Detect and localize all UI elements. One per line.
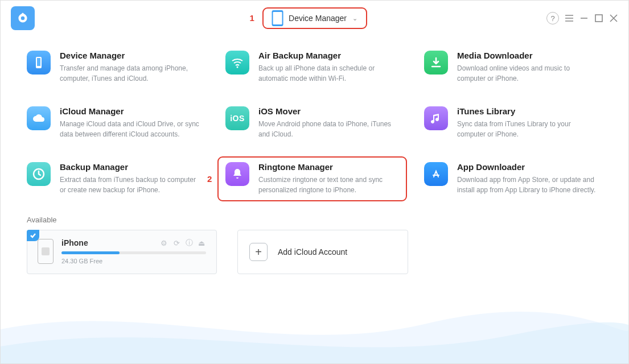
backup-icon <box>27 162 51 186</box>
feature-desc: Extract data from iTunes backup to compu… <box>60 175 202 195</box>
help-button[interactable]: ? <box>546 12 559 24</box>
feature-desc: Download app from App Store, or update a… <box>457 175 599 195</box>
refresh-icon[interactable]: ⟳ <box>172 238 181 247</box>
feature-title: App Downloader <box>457 162 599 172</box>
music-icon <box>424 106 448 130</box>
plus-icon: + <box>249 243 268 261</box>
appstore-icon <box>424 162 448 186</box>
feature-desc: Download online videos and music to comp… <box>457 63 599 84</box>
available-label: Available <box>27 216 602 224</box>
feature-air-backup[interactable]: Air Backup ManagerBack up all iPhone dat… <box>225 51 404 84</box>
callout-number-2: 2 <box>207 174 212 184</box>
feature-ringtone-manager[interactable]: 2 Ringtone ManagerCustomize ringtone or … <box>225 162 404 195</box>
feature-desc: Manage iCloud data and iCloud Drive, or … <box>60 119 202 139</box>
svg-rect-3 <box>37 58 40 66</box>
feature-title: iCloud Manager <box>60 106 202 116</box>
background-waves <box>1 295 628 363</box>
feature-backup-manager[interactable]: Backup ManagerExtract data from iTunes b… <box>27 162 205 195</box>
feature-title: iOS Mover <box>258 106 401 116</box>
download-icon <box>424 51 448 75</box>
device-card[interactable]: iPhone ⚙ ⟳ ⓘ ⏏ 24.30 GB Free <box>27 230 217 274</box>
feature-title: Media Downloader <box>457 51 599 60</box>
callout-number-1: 1 <box>250 13 254 23</box>
phone-thumbnail-icon <box>38 239 54 264</box>
maximize-button[interactable] <box>594 14 603 23</box>
chevron-down-icon: ⌄ <box>352 15 357 22</box>
phone-icon <box>272 10 283 26</box>
feature-desc: Sync data from iTunes Library to your co… <box>457 119 599 139</box>
eject-icon[interactable]: ⏏ <box>197 238 206 247</box>
info-icon[interactable]: ⓘ <box>184 238 194 247</box>
gear-icon[interactable]: ⚙ <box>159 238 168 247</box>
device-icon <box>27 51 51 75</box>
feature-desc: Transfer and manage data among iPhone, c… <box>60 63 202 84</box>
feature-ios-mover[interactable]: iOS iOS MoverMove Android phone data to … <box>225 106 404 139</box>
wifi-icon <box>225 51 249 75</box>
svg-point-4 <box>237 67 239 68</box>
feature-icloud-manager[interactable]: iCloud ManagerManage iCloud data and iCl… <box>27 106 205 139</box>
close-button[interactable] <box>609 14 618 23</box>
window-controls: ? <box>546 12 618 24</box>
add-icloud-account[interactable]: + Add iCloud Account <box>237 230 408 274</box>
logo-icon <box>15 11 30 26</box>
cloud-icon <box>27 106 51 130</box>
svg-rect-1 <box>595 15 602 22</box>
app-logo <box>11 6 35 30</box>
device-storage: 24.30 GB Free <box>61 258 206 264</box>
device-actions: ⚙ ⟳ ⓘ ⏏ <box>159 238 206 247</box>
bottom-row: iPhone ⚙ ⟳ ⓘ ⏏ 24.30 GB Free + Add iClou… <box>27 230 602 274</box>
bell-icon <box>225 162 249 186</box>
ios-icon: iOS <box>225 106 249 130</box>
title-bar: Device Manager ⌄ 1 ? <box>1 1 628 36</box>
dropdown-label: Device Manager <box>289 14 347 23</box>
feature-desc: Customize ringtone or text tone and sync… <box>258 175 401 195</box>
feature-desc: Back up all iPhone data in schedule or a… <box>258 63 401 84</box>
device-manager-dropdown[interactable]: Device Manager ⌄ <box>261 6 368 31</box>
svg-point-0 <box>21 16 25 20</box>
feature-title: Ringtone Manager <box>258 162 401 172</box>
menu-icon[interactable] <box>565 14 574 23</box>
feature-itunes-library[interactable]: iTunes LibrarySync data from iTunes Libr… <box>424 106 602 139</box>
main-content: Device ManagerTransfer and manage data a… <box>1 36 628 274</box>
feature-media-downloader[interactable]: Media DownloaderDownload online videos a… <box>424 51 602 84</box>
feature-title: Backup Manager <box>60 162 202 172</box>
add-account-label: Add iCloud Account <box>278 247 347 257</box>
feature-grid: Device ManagerTransfer and manage data a… <box>27 51 602 195</box>
feature-desc: Move Android phone data to iPhone, iTune… <box>258 119 401 139</box>
feature-app-downloader[interactable]: App DownloaderDownload app from App Stor… <box>424 162 602 195</box>
minimize-button[interactable] <box>579 14 589 23</box>
feature-title: Air Backup Manager <box>258 51 401 60</box>
device-name: iPhone <box>61 238 88 247</box>
storage-bar <box>61 251 206 254</box>
feature-device-manager[interactable]: Device ManagerTransfer and manage data a… <box>27 51 205 84</box>
feature-title: Device Manager <box>60 51 202 60</box>
feature-title: iTunes Library <box>457 106 599 116</box>
